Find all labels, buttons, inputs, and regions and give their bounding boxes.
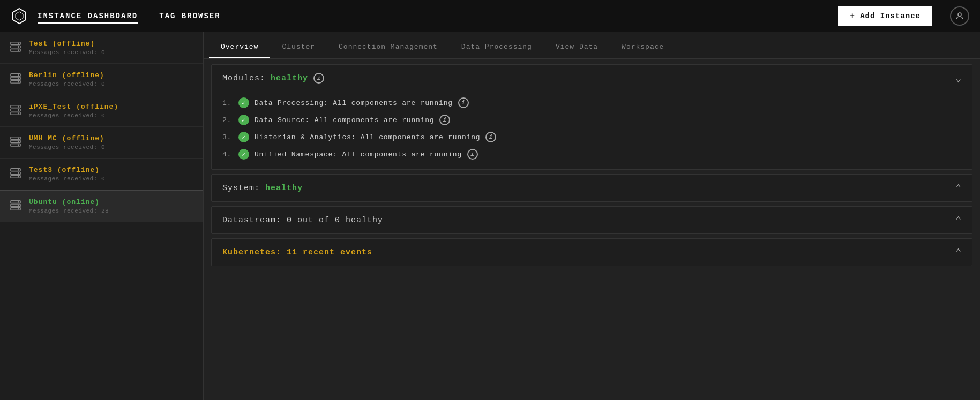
server-icon-test3 [10,167,21,179]
add-instance-button[interactable]: + Add Instance [838,6,932,26]
module-num-1: 2. [222,116,233,124]
module-num-3: 4. [222,150,233,159]
modules-title-label: Modules: [222,74,271,83]
system-panel: System: healthy ⌃ [211,174,972,202]
sidebar-item-ubuntu-content: Ubuntu (online) Messages received: 28 [29,198,109,214]
svg-point-26 [18,145,19,146]
nav-tag-browser[interactable]: TAG BROWSER [159,12,220,20]
tab-cluster[interactable]: Cluster [270,36,327,58]
main-nav: INSTANCE DASHBOARD TAG BROWSER [38,12,221,20]
nav-instance-dashboard[interactable]: INSTANCE DASHBOARD [38,12,138,20]
module-item-3: 4. Unified Namespace: All components are… [222,149,961,160]
svg-point-6 [18,43,19,44]
system-chevron-icon[interactable]: ⌃ [955,182,961,194]
modules-panel-header[interactable]: Modules: healthy i ⌄ [212,65,972,92]
module-list: 1. Data Processing: All components are r… [222,97,961,160]
svg-point-32 [18,176,19,177]
svg-point-25 [18,141,19,142]
module-text-2: Historian & Analytics: All components ar… [255,133,480,141]
topnav-right: + Add Instance [838,6,969,26]
sidebar-item-test[interactable]: Test (offline) Messages received: 0 [0,32,203,64]
datastream-panel-header-left: Datastream: 0 out of 0 healthy [222,216,383,225]
panels-container: Modules: healthy i ⌄ 1. Data Processing:… [204,59,980,400]
datastream-chevron-icon[interactable]: ⌃ [955,214,961,226]
sidebar-item-test-content: Test (offline) Messages received: 0 [29,40,105,56]
module-text-0: Data Processing: All components are runn… [255,99,453,107]
sidebar-item-berlin-name: Berlin (offline) [29,71,105,79]
svg-marker-1 [16,12,23,20]
tab-data-processing[interactable]: Data Processing [450,36,544,58]
datastream-panel-header[interactable]: Datastream: 0 out of 0 healthy ⌃ [212,207,972,233]
sidebar-item-test3-name: Test3 (offline) [29,166,105,174]
module-item-2: 3. Historian & Analytics: All components… [222,132,961,142]
sidebar-item-ubuntu[interactable]: Ubuntu (online) Messages received: 28 [0,190,203,222]
server-icon-berlin [10,72,21,84]
tab-connection-management[interactable]: Connection Management [327,36,450,58]
module-info-icon-0[interactable]: i [458,97,469,108]
system-title-label: System: [222,184,265,193]
svg-point-14 [18,81,19,82]
sidebar-item-umh[interactable]: UMH_MC (offline) Messages received: 0 [0,127,203,159]
sidebar-item-ipxe-sub: Messages received: 0 [29,112,118,119]
datastream-title-value: 0 out of 0 healthy [287,216,383,225]
content-area: Overview Cluster Connection Management D… [204,32,980,400]
tab-overview[interactable]: Overview [209,36,270,58]
kubernetes-panel: Kubernetes: 11 recent events ⌃ [211,238,972,266]
kubernetes-title-label: Kubernetes: [222,248,287,257]
module-text-1: Data Source: All components are running [255,116,434,124]
sidebar-item-berlin[interactable]: Berlin (offline) Messages received: 0 [0,64,203,95]
kubernetes-panel-header[interactable]: Kubernetes: 11 recent events ⌃ [212,239,972,266]
sidebar-item-ipxe[interactable]: iPXE_Test (offline) Messages received: 0 [0,95,203,127]
datastream-title-label: Datastream: [222,216,287,225]
svg-point-31 [18,173,19,174]
sidebar-item-test3[interactable]: Test3 (offline) Messages received: 0 [0,159,203,190]
svg-point-7 [18,47,19,48]
svg-marker-0 [13,9,26,24]
modules-title-value: healthy [271,74,308,83]
sidebar-item-test-sub: Messages received: 0 [29,49,105,56]
sidebar-item-ubuntu-sub: Messages received: 28 [29,208,109,214]
sidebar-item-berlin-sub: Messages received: 0 [29,81,105,87]
module-info-icon-3[interactable]: i [467,149,478,160]
main-layout: Test (offline) Messages received: 0 Berl… [0,32,980,400]
system-title-value: healthy [265,184,303,193]
module-text-3: Unified Namespace: All components are ru… [255,150,462,159]
topnav: INSTANCE DASHBOARD TAG BROWSER + Add Ins… [0,0,980,32]
system-panel-title: System: healthy [222,184,303,193]
tab-view-data[interactable]: View Data [544,36,610,58]
datastream-panel-title: Datastream: 0 out of 0 healthy [222,216,383,225]
check-icon-3 [238,149,249,160]
sidebar: Test (offline) Messages received: 0 Berl… [0,32,204,400]
server-icon-umh [10,135,21,147]
svg-point-36 [18,201,19,202]
kubernetes-chevron-icon[interactable]: ⌃ [955,246,961,258]
sidebar-item-berlin-content: Berlin (offline) Messages received: 0 [29,71,105,87]
svg-point-8 [18,50,19,51]
modules-chevron-icon[interactable]: ⌄ [955,72,961,84]
check-icon-0 [238,97,249,108]
module-num-0: 1. [222,99,233,107]
tab-workspace[interactable]: Workspace [610,36,676,58]
kubernetes-panel-header-left: Kubernetes: 11 recent events [222,248,372,257]
modules-info-icon[interactable]: i [313,73,324,84]
user-menu-button[interactable] [950,6,969,26]
datastream-panel: Datastream: 0 out of 0 healthy ⌃ [211,206,972,234]
modules-panel-header-left: Modules: healthy i [222,73,324,84]
sidebar-item-umh-name: UMH_MC (offline) [29,134,105,142]
module-info-icon-1[interactable]: i [439,115,450,125]
svg-point-2 [958,13,961,16]
check-icon-2 [238,132,249,142]
svg-point-20 [18,113,19,114]
system-panel-header[interactable]: System: healthy ⌃ [212,175,972,201]
tabs-bar: Overview Cluster Connection Management D… [204,32,980,59]
module-info-icon-2[interactable]: i [485,132,496,142]
kubernetes-panel-title: Kubernetes: 11 recent events [222,248,372,257]
svg-point-19 [18,110,19,111]
module-item-0: 1. Data Processing: All components are r… [222,97,961,108]
modules-panel: Modules: healthy i ⌄ 1. Data Processing:… [211,64,972,170]
sidebar-item-umh-content: UMH_MC (offline) Messages received: 0 [29,134,105,150]
module-num-2: 3. [222,133,233,141]
sidebar-item-ipxe-content: iPXE_Test (offline) Messages received: 0 [29,103,118,119]
server-icon-ubuntu [10,199,21,211]
svg-point-18 [18,106,19,107]
